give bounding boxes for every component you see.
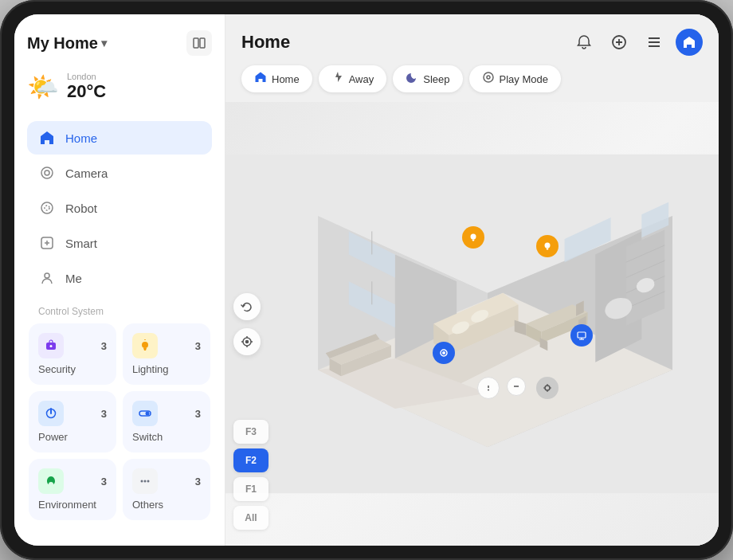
environment-label: Environment bbox=[38, 499, 107, 511]
home-icon bbox=[38, 129, 56, 147]
page-title: Home bbox=[241, 32, 290, 53]
thermostat-device[interactable] bbox=[433, 342, 455, 364]
header-icons bbox=[570, 29, 703, 56]
room-isometric-view bbox=[225, 102, 719, 546]
play-mode-label: Play Mode bbox=[500, 73, 548, 85]
environment-count: 3 bbox=[101, 476, 107, 488]
svg-point-27 bbox=[484, 72, 493, 82]
home-mode-tab[interactable]: Home bbox=[241, 65, 312, 92]
hallway-sensor-device[interactable] bbox=[477, 377, 500, 399]
nav-me-label: Me bbox=[65, 272, 82, 285]
nav-item-camera[interactable]: Camera bbox=[27, 156, 212, 190]
tv-device[interactable] bbox=[570, 324, 593, 347]
control-card-others[interactable]: 3 Others bbox=[123, 459, 210, 520]
sidebar-title: My Home ▾ bbox=[27, 34, 107, 53]
undo-view-button[interactable] bbox=[233, 293, 261, 320]
svg-point-66 bbox=[471, 233, 476, 239]
svg-point-75 bbox=[545, 386, 550, 390]
sidebar: My Home ▾ 🌤️ London 20°C bbox=[14, 14, 225, 546]
environment-icon-wrap bbox=[38, 468, 64, 494]
control-card-lighting[interactable]: 3 Lighting bbox=[123, 323, 210, 385]
floor-selector: F3 F2 F1 All bbox=[233, 420, 269, 530]
svg-point-28 bbox=[487, 76, 490, 79]
person-icon bbox=[38, 269, 56, 287]
home-mode-label: Home bbox=[272, 73, 300, 85]
add-device-button[interactable] bbox=[606, 29, 633, 56]
lighting-count: 3 bbox=[195, 340, 201, 352]
floor-f1-button[interactable]: F1 bbox=[233, 477, 269, 501]
power-count: 3 bbox=[101, 408, 107, 420]
power-icon-wrap bbox=[38, 401, 64, 426]
play-mode-icon bbox=[482, 71, 495, 87]
control-card-power[interactable]: 3 Power bbox=[29, 391, 116, 452]
svg-point-3 bbox=[45, 170, 49, 175]
control-system-grid: 3 Security 3 bbox=[27, 323, 212, 520]
security-count: 3 bbox=[101, 340, 107, 352]
svg-point-19 bbox=[144, 480, 147, 483]
switch-label: Switch bbox=[132, 431, 201, 443]
svg-point-74 bbox=[488, 390, 489, 391]
nav-camera-label: Camera bbox=[65, 166, 108, 180]
security-icon-wrap bbox=[38, 333, 64, 358]
main-header: Home bbox=[225, 14, 719, 65]
nav-item-home[interactable]: Home bbox=[27, 121, 212, 155]
nav-list: Home Camera bbox=[27, 121, 212, 296]
control-system-label: Control System bbox=[27, 296, 212, 323]
weather-temperature: 20°C bbox=[67, 81, 106, 102]
away-mode-tab[interactable]: Away bbox=[319, 65, 387, 92]
svg-point-67 bbox=[544, 243, 550, 249]
sleep-mode-tab[interactable]: Sleep bbox=[393, 65, 462, 92]
svg-point-12 bbox=[142, 342, 148, 348]
dimmer-device[interactable] bbox=[507, 377, 526, 396]
floor-all-button[interactable]: All bbox=[233, 506, 269, 530]
svg-point-18 bbox=[141, 480, 143, 483]
svg-point-20 bbox=[147, 480, 150, 483]
switch-count: 3 bbox=[195, 408, 201, 420]
room-3d-background bbox=[225, 102, 719, 546]
control-card-switch[interactable]: 3 Switch bbox=[123, 391, 210, 452]
home-name-label: My Home bbox=[27, 34, 98, 53]
play-mode-tab[interactable]: Play Mode bbox=[469, 65, 561, 92]
switch-icon-wrap bbox=[132, 401, 158, 426]
sidebar-header: My Home ▾ bbox=[27, 30, 212, 56]
bedroom-light-device[interactable] bbox=[462, 226, 484, 249]
nav-item-me[interactable]: Me bbox=[27, 261, 212, 295]
target-view-button[interactable] bbox=[233, 328, 261, 355]
svg-rect-0 bbox=[194, 38, 198, 48]
control-card-environment[interactable]: 3 Environment bbox=[29, 459, 116, 520]
tablet-screen: My Home ▾ 🌤️ London 20°C bbox=[14, 14, 719, 546]
nav-smart-label: Smart bbox=[65, 237, 97, 250]
collapse-sidebar-button[interactable] bbox=[186, 30, 212, 56]
robot-icon bbox=[38, 199, 56, 217]
svg-point-17 bbox=[146, 412, 150, 416]
notification-bell-button[interactable] bbox=[570, 29, 598, 56]
svg-point-11 bbox=[50, 345, 53, 347]
menu-button[interactable] bbox=[641, 29, 668, 56]
avatar-button[interactable] bbox=[676, 29, 703, 56]
sleep-mode-label: Sleep bbox=[423, 73, 449, 85]
away-mode-icon bbox=[331, 71, 344, 87]
nav-item-smart[interactable]: Smart bbox=[27, 226, 212, 260]
lighting-label: Lighting bbox=[132, 363, 201, 375]
smart-icon bbox=[38, 234, 56, 252]
svg-point-69 bbox=[442, 351, 445, 354]
power-label: Power bbox=[38, 431, 107, 443]
svg-rect-1 bbox=[200, 38, 205, 48]
security-label: Security bbox=[38, 363, 107, 375]
svg-rect-70 bbox=[578, 332, 586, 338]
floor-f3-button[interactable]: F3 bbox=[233, 420, 269, 444]
tablet-frame: My Home ▾ 🌤️ London 20°C bbox=[0, 0, 733, 560]
svg-point-2 bbox=[41, 167, 53, 178]
nav-robot-label: Robot bbox=[65, 202, 97, 215]
nav-home-label: Home bbox=[65, 131, 97, 145]
svg-point-4 bbox=[41, 202, 53, 213]
control-card-security[interactable]: 3 Security bbox=[29, 323, 116, 385]
weather-icon: 🌤️ bbox=[27, 72, 59, 102]
room-area: F3 F2 F1 All bbox=[225, 102, 719, 546]
floor-f2-button[interactable]: F2 bbox=[233, 448, 269, 472]
right-light-device[interactable] bbox=[536, 235, 559, 257]
nav-item-robot[interactable]: Robot bbox=[27, 191, 212, 225]
weather-widget: 🌤️ London 20°C bbox=[27, 69, 212, 105]
camera-icon bbox=[38, 164, 56, 182]
main-content: Home bbox=[225, 14, 719, 546]
